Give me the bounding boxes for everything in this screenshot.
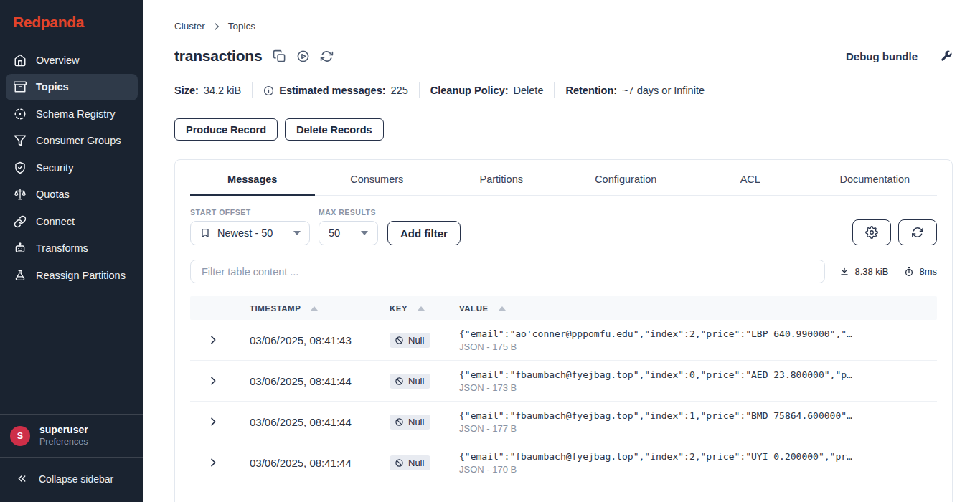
column-label: TIMESTAMP: [250, 304, 301, 313]
schema-registry-icon: [14, 108, 27, 120]
filter-table-input[interactable]: [190, 260, 825, 283]
sidebar-item-quotas[interactable]: Quotas: [6, 181, 138, 208]
scales-icon: [14, 188, 27, 201]
tab-messages[interactable]: Messages: [190, 160, 315, 196]
stat-value: ~7 days or Infinite: [622, 85, 705, 96]
sidebar-item-label: Topics: [36, 81, 69, 93]
sidebar-item-connect[interactable]: Connect: [6, 208, 138, 235]
value-json: {"email":"fbaumbach@fyejbag.top","index"…: [459, 369, 937, 381]
sidebar-item-label: Quotas: [36, 189, 70, 200]
value-meta: JSON - 173 B: [459, 382, 937, 394]
play-circle-icon[interactable]: [296, 49, 310, 63]
collapse-sidebar-button[interactable]: Collapse sidebar: [0, 458, 143, 502]
sidebar: Redpanda Overview Topics Schema Registry…: [0, 0, 143, 502]
key-label: Null: [408, 417, 424, 427]
topics-icon: [14, 80, 27, 93]
tab-partitions[interactable]: Partitions: [439, 160, 564, 196]
user-menu[interactable]: S superuser Preferences: [0, 414, 143, 458]
row-expand-button[interactable]: [190, 416, 236, 427]
value-json: {"email":"ao'conner@pppomfu.edu","index"…: [459, 328, 937, 340]
ban-icon: [395, 376, 404, 386]
breadcrumb-topics[interactable]: Topics: [228, 21, 255, 32]
message-controls: START OFFSET Newest - 50 MAX RESULTS 50: [190, 208, 937, 245]
max-results-label: MAX RESULTS: [319, 208, 378, 217]
info-icon: [263, 85, 274, 96]
sidebar-item-schema-registry[interactable]: Schema Registry: [6, 100, 138, 127]
value-meta: JSON - 175 B: [459, 341, 937, 353]
chevron-right-icon: [207, 416, 219, 427]
divider: [554, 82, 555, 98]
sidebar-item-security[interactable]: Security: [6, 154, 138, 181]
sidebar-item-label: Security: [36, 162, 73, 174]
sidebar-item-topics[interactable]: Topics: [6, 74, 138, 100]
topic-stats: Size: 34.2 kiB Estimated messages: 225 C…: [174, 82, 953, 98]
refresh-icon: [911, 226, 924, 239]
divider: [419, 82, 420, 98]
sidebar-item-reassign-partitions[interactable]: Reassign Partitions: [6, 262, 138, 288]
refresh-messages-button[interactable]: [898, 219, 937, 245]
page-title: transactions: [174, 47, 262, 65]
topic-actions: Produce Record Delete Records: [174, 118, 953, 141]
column-header-timestamp[interactable]: TIMESTAMP: [236, 304, 378, 313]
copy-icon[interactable]: [273, 49, 286, 63]
sidebar-item-overview[interactable]: Overview: [6, 47, 138, 73]
row-expand-button[interactable]: [190, 375, 236, 387]
stat-value: Delete: [514, 85, 544, 96]
download-icon: [839, 267, 849, 277]
sidebar-nav: Overview Topics Schema Registry Consumer…: [0, 42, 143, 414]
stat-cleanup-policy: Cleanup Policy: Delete: [430, 85, 544, 96]
value-json: {"email":"fbaumbach@fyejbag.top","index"…: [459, 409, 937, 422]
collapse-sidebar-label: Collapse sidebar: [39, 473, 113, 485]
table-row: 03/06/2025, 08:41:44 Null {"email":"fbau…: [190, 442, 937, 483]
max-results-value: 50: [329, 227, 340, 239]
chevron-right-icon: [207, 334, 219, 346]
start-offset-select[interactable]: Newest - 50: [190, 221, 310, 245]
row-expand-button[interactable]: [190, 457, 236, 468]
ban-icon: [395, 417, 404, 427]
add-filter-button[interactable]: Add filter: [387, 221, 461, 245]
table-row: 03/06/2025, 08:41:44 Null {"email":"fbau…: [190, 402, 937, 442]
tab-documentation[interactable]: Documentation: [813, 160, 938, 196]
sidebar-item-label: Connect: [36, 216, 75, 227]
sidebar-item-transforms[interactable]: Transforms: [6, 235, 138, 262]
value-cell: {"email":"ao'conner@pppomfu.edu","index"…: [450, 328, 937, 353]
sidebar-item-label: Transforms: [36, 242, 88, 254]
avatar: S: [10, 426, 30, 446]
value-json: {"email":"fbaumbach@fyejbag.top","index"…: [459, 450, 937, 463]
column-header-value[interactable]: VALUE: [450, 304, 937, 313]
column-label: KEY: [390, 304, 407, 313]
produce-record-button[interactable]: Produce Record: [174, 118, 278, 141]
topic-card: Messages Consumers Partitions Configurat…: [174, 159, 953, 502]
refresh-icon[interactable]: [320, 49, 334, 63]
wrench-icon[interactable]: [940, 49, 953, 62]
breadcrumb: Cluster Topics: [174, 21, 953, 32]
column-header-key[interactable]: KEY: [378, 304, 450, 313]
max-results-group: MAX RESULTS 50: [319, 208, 378, 245]
ban-icon: [395, 458, 404, 468]
timestamp-cell: 03/06/2025, 08:41:43: [236, 334, 378, 346]
key-cell: Null: [378, 415, 450, 430]
ban-icon: [395, 336, 404, 345]
divider: [252, 82, 253, 98]
tab-consumers[interactable]: Consumers: [315, 160, 440, 196]
key-cell: Null: [378, 374, 450, 389]
delete-records-button[interactable]: Delete Records: [285, 118, 384, 141]
sidebar-item-consumer-groups[interactable]: Consumer Groups: [6, 128, 138, 154]
settings-button[interactable]: [852, 219, 891, 245]
debug-bundle-link[interactable]: Debug bundle: [846, 50, 918, 62]
breadcrumb-cluster[interactable]: Cluster: [174, 21, 205, 32]
max-results-select[interactable]: 50: [319, 221, 378, 245]
value-meta: JSON - 177 B: [459, 422, 937, 435]
tab-configuration[interactable]: Configuration: [564, 160, 689, 196]
row-expand-button[interactable]: [190, 334, 236, 346]
redpanda-logo[interactable]: Redpanda: [13, 14, 132, 31]
preferences-link[interactable]: Preferences: [39, 436, 88, 447]
stat-label: Retention:: [565, 85, 617, 96]
stat-value: 225: [391, 85, 408, 96]
funnel-icon: [14, 134, 27, 147]
value-cell: {"email":"fbaumbach@fyejbag.top","index"…: [450, 450, 937, 475]
sidebar-item-label: Overview: [36, 55, 79, 66]
chevron-down-icon: [361, 231, 368, 235]
tab-acl[interactable]: ACL: [688, 160, 813, 196]
stat-retention: Retention: ~7 days or Infinite: [565, 85, 705, 96]
